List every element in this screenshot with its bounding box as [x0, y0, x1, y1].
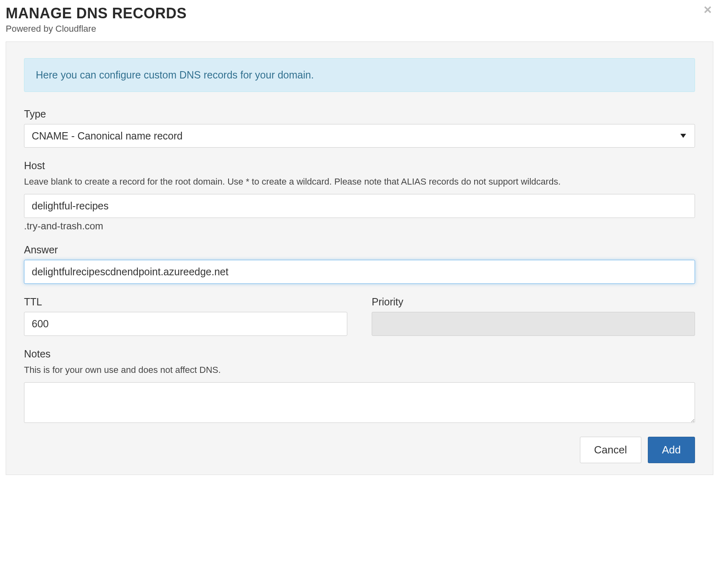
- ttl-label: TTL: [24, 296, 347, 308]
- host-suffix: .try-and-trash.com: [24, 220, 695, 232]
- type-label: Type: [24, 108, 695, 120]
- notes-label: Notes: [24, 348, 695, 360]
- answer-input[interactable]: [24, 260, 695, 284]
- cancel-button[interactable]: Cancel: [580, 437, 641, 463]
- ttl-input[interactable]: [24, 312, 347, 336]
- priority-label: Priority: [372, 296, 695, 308]
- priority-input: [372, 312, 695, 336]
- notes-help: This is for your own use and does not af…: [24, 364, 695, 377]
- host-help: Leave blank to create a record for the r…: [24, 176, 695, 188]
- notes-textarea[interactable]: [24, 382, 695, 423]
- close-icon[interactable]: ×: [704, 2, 712, 16]
- form-panel: Here you can configure custom DNS record…: [6, 41, 713, 475]
- page-subtitle: Powered by Cloudflare: [6, 24, 713, 34]
- host-input[interactable]: [24, 194, 695, 218]
- add-button[interactable]: Add: [648, 437, 695, 463]
- page-title: MANAGE DNS RECORDS: [6, 5, 713, 22]
- answer-label: Answer: [24, 244, 695, 256]
- info-banner: Here you can configure custom DNS record…: [24, 58, 695, 92]
- type-select[interactable]: CNAME - Canonical name record: [24, 124, 695, 148]
- modal-header: MANAGE DNS RECORDS Powered by Cloudflare: [6, 3, 713, 41]
- host-label: Host: [24, 160, 695, 172]
